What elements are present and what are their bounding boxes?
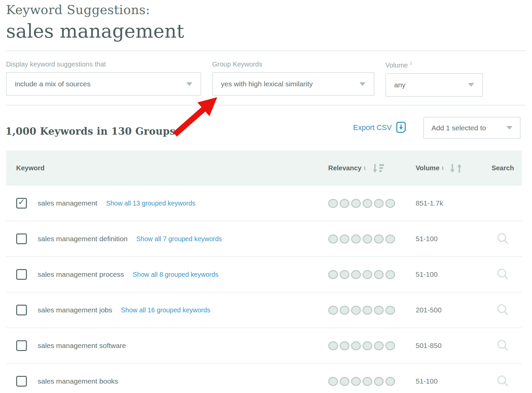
results-summary: 1,000 Keywords in 130 Groups: [5, 126, 175, 137]
relevancy-dot: [385, 341, 395, 350]
relevancy-indicator: [322, 306, 410, 315]
add-selected-label: Add 1 selected to: [431, 124, 486, 132]
info-icon[interactable]: i: [410, 60, 412, 66]
show-grouped-keywords-link[interactable]: Show all 13 grouped keywords: [106, 200, 195, 207]
add-selected-dropdown[interactable]: Add 1 selected to: [423, 117, 521, 139]
export-csv-label: Export CSV: [353, 123, 392, 132]
filter-sources: Display keyword suggestions that include…: [6, 60, 201, 96]
keyword-text: sales management books: [38, 377, 118, 385]
relevancy-dot: [328, 377, 338, 386]
relevancy-dot: [351, 270, 361, 279]
relevancy-dot: [374, 341, 384, 350]
relevancy-indicator: [322, 199, 410, 208]
page-title: Keyword Suggestions:: [6, 3, 150, 17]
relevancy-column-header: Relevancy: [328, 164, 362, 172]
relevancy-dot: [351, 199, 361, 208]
relevancy-dot: [374, 377, 384, 386]
group-keywords-dropdown-value: yes with high lexical similarity: [221, 80, 313, 88]
relevancy-dot: [385, 306, 395, 315]
relevancy-dot: [351, 341, 361, 350]
filter-group-keywords: Group Keywords yes with high lexical sim…: [212, 60, 374, 96]
row-checkbox[interactable]: [16, 340, 27, 351]
relevancy-indicator: [322, 377, 410, 386]
relevancy-sort-icon[interactable]: [372, 163, 385, 173]
relevancy-dot: [328, 270, 338, 279]
search-keyword-button[interactable]: [496, 232, 509, 246]
table-row: sales management software501-850: [6, 328, 522, 364]
row-checkbox[interactable]: [16, 269, 27, 280]
volume-sort-icon[interactable]: [449, 163, 464, 173]
group-keywords-label: Group Keywords: [212, 60, 374, 68]
show-grouped-keywords-link[interactable]: Show all 7 grouped keywords: [136, 235, 222, 243]
volume-value: 851-1.7k: [416, 199, 443, 207]
relevancy-dot: [363, 270, 372, 279]
sources-dropdown-value: include a mix of sources: [15, 80, 90, 88]
relevancy-indicator: [322, 234, 410, 244]
table-row: sales management definitionShow all 7 gr…: [6, 221, 522, 257]
export-csv-button[interactable]: Export CSV: [353, 122, 407, 134]
relevancy-dot: [363, 234, 372, 244]
relevancy-dot: [363, 341, 372, 350]
volume-value: 201-500: [416, 306, 442, 314]
magnifier-icon: [496, 375, 509, 388]
divider: [6, 50, 526, 51]
relevancy-dot: [374, 234, 384, 244]
chevron-down-icon: [506, 126, 512, 130]
keyword-suggestions-page: Keyword Suggestions: sales management Di…: [0, 0, 532, 393]
relevancy-dot: [351, 234, 361, 244]
info-icon[interactable]: i: [364, 166, 366, 171]
relevancy-dot: [328, 199, 338, 208]
relevancy-indicator: [322, 270, 410, 279]
search-keyword-button[interactable]: [496, 339, 509, 352]
search-keyword-button[interactable]: [496, 375, 509, 388]
relevancy-dot: [385, 270, 395, 279]
keyword-text: sales management jobs: [38, 306, 112, 314]
relevancy-indicator: [322, 341, 410, 350]
relevancy-dot: [328, 306, 338, 315]
sources-dropdown[interactable]: include a mix of sources: [6, 72, 201, 96]
relevancy-dot: [351, 306, 361, 315]
red-arrow-annotation: [167, 93, 226, 140]
row-checkbox[interactable]: [16, 376, 27, 387]
search-keyword-button[interactable]: [496, 303, 509, 317]
relevancy-dot: [363, 377, 372, 386]
keyword-text: sales management software: [38, 342, 126, 350]
relevancy-dot: [374, 199, 384, 208]
volume-value: 51-100: [416, 235, 438, 243]
relevancy-dot: [363, 306, 372, 315]
volume-column-header: Volume: [416, 164, 440, 172]
row-checkbox[interactable]: [16, 305, 27, 315]
relevancy-dot: [340, 377, 349, 386]
search-column-header: Search: [484, 164, 522, 172]
group-keywords-dropdown[interactable]: yes with high lexical similarity: [212, 72, 374, 96]
keyword-text: sales management process: [38, 270, 124, 278]
row-checkbox[interactable]: [16, 233, 27, 244]
magnifier-icon: [496, 232, 509, 246]
magnifier-icon: [496, 339, 509, 352]
relevancy-dot: [385, 377, 395, 386]
table-body: ✓sales managementShow all 13 grouped key…: [6, 186, 522, 393]
relevancy-dot: [385, 199, 395, 208]
volume-dropdown[interactable]: any: [385, 73, 483, 97]
magnifier-icon: [496, 303, 509, 317]
relevancy-dot: [385, 234, 395, 244]
info-icon[interactable]: i: [442, 166, 444, 171]
relevancy-dot: [340, 199, 349, 208]
relevancy-dot: [340, 306, 349, 315]
search-keyword-button[interactable]: [496, 268, 509, 281]
show-grouped-keywords-link[interactable]: Show all 8 grouped keywords: [133, 271, 219, 278]
table-row: ✓sales managementShow all 13 grouped key…: [6, 186, 522, 221]
checkmark-icon: ✓: [18, 197, 25, 207]
query-title: sales management: [6, 20, 184, 42]
volume-value: 51-100: [416, 377, 438, 385]
divider: [6, 105, 526, 105]
row-checkbox[interactable]: ✓: [16, 198, 27, 209]
show-grouped-keywords-link[interactable]: Show all 16 grouped keywords: [121, 306, 211, 314]
keywords-table: Keyword Relevancy i Volume i: [6, 150, 522, 393]
relevancy-dot: [328, 234, 338, 244]
relevancy-dot: [374, 306, 384, 315]
filter-sources-label: Display keyword suggestions that: [6, 60, 201, 68]
table-header: Keyword Relevancy i Volume i: [6, 150, 522, 186]
filter-volume: Volumei any: [385, 60, 483, 97]
chevron-down-icon: [186, 82, 192, 86]
